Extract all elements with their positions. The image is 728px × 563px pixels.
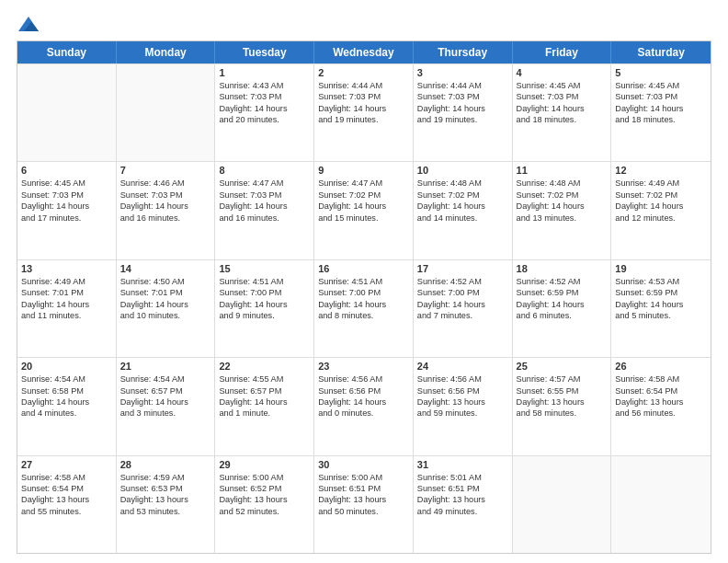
cell-line: Sunset: 6:51 PM bbox=[318, 483, 409, 494]
cell-line: Daylight: 14 hours bbox=[417, 103, 508, 114]
cell-line: Sunrise: 4:56 AM bbox=[417, 373, 508, 385]
cell-line: and 5 minutes. bbox=[615, 310, 707, 321]
cell-line: Daylight: 13 hours bbox=[21, 494, 112, 505]
day-number: 7 bbox=[120, 165, 211, 176]
header bbox=[17, 17, 711, 31]
cell-line: Sunset: 7:02 PM bbox=[615, 190, 707, 201]
cell-line: Sunrise: 4:50 AM bbox=[120, 276, 211, 287]
calendar-cell: 26Sunrise: 4:58 AMSunset: 6:54 PMDayligh… bbox=[611, 358, 711, 454]
cell-line: Daylight: 14 hours bbox=[615, 103, 707, 114]
cell-line: and 4 minutes. bbox=[21, 408, 112, 419]
cell-line: Sunrise: 4:45 AM bbox=[517, 80, 608, 91]
cell-line: and 1 minute. bbox=[219, 408, 310, 419]
calendar-cell bbox=[611, 456, 711, 553]
page: SundayMondayTuesdayWednesdayThursdayFrid… bbox=[0, 0, 728, 563]
cell-line: Sunrise: 4:53 AM bbox=[615, 276, 707, 287]
cell-line: Daylight: 14 hours bbox=[21, 396, 112, 408]
cell-line: Daylight: 14 hours bbox=[120, 396, 211, 408]
cell-line: Sunrise: 5:00 AM bbox=[318, 472, 409, 483]
cell-line: and 7 minutes. bbox=[417, 310, 508, 321]
cell-line: and 18 minutes. bbox=[615, 114, 707, 125]
cell-line: Daylight: 13 hours bbox=[318, 494, 409, 505]
calendar-cell bbox=[513, 456, 612, 553]
calendar-cell: 13Sunrise: 4:49 AMSunset: 7:01 PMDayligh… bbox=[17, 260, 117, 357]
cell-line: Sunset: 6:51 PM bbox=[417, 483, 508, 494]
logo bbox=[17, 17, 39, 31]
cell-line: and 12 minutes. bbox=[615, 213, 707, 224]
cell-line: and 18 minutes. bbox=[517, 114, 608, 125]
cell-line: Sunrise: 4:47 AM bbox=[318, 178, 409, 189]
cell-line: Daylight: 14 hours bbox=[517, 299, 608, 310]
cell-line: Sunset: 7:01 PM bbox=[21, 287, 112, 298]
calendar-body: 1Sunrise: 4:43 AMSunset: 7:03 PMDaylight… bbox=[17, 63, 711, 553]
cell-line: Daylight: 13 hours bbox=[120, 494, 211, 505]
day-number: 26 bbox=[615, 361, 707, 372]
cell-line: Sunrise: 4:56 AM bbox=[318, 373, 409, 385]
cell-line: Sunrise: 4:55 AM bbox=[219, 373, 310, 385]
cell-line: Sunset: 7:03 PM bbox=[318, 91, 409, 102]
cell-line: Sunset: 6:56 PM bbox=[417, 385, 508, 396]
header-day-tuesday: Tuesday bbox=[215, 41, 314, 63]
calendar-cell: 25Sunrise: 4:57 AMSunset: 6:55 PMDayligh… bbox=[513, 358, 612, 454]
day-number: 25 bbox=[517, 361, 608, 372]
cell-line: and 55 minutes. bbox=[21, 506, 112, 517]
cell-line: Sunset: 7:03 PM bbox=[120, 190, 211, 201]
cell-line: Daylight: 14 hours bbox=[417, 299, 508, 310]
logo-icon bbox=[18, 17, 39, 31]
calendar: SundayMondayTuesdayWednesdayThursdayFrid… bbox=[17, 40, 711, 554]
cell-line: and 53 minutes. bbox=[120, 506, 211, 517]
calendar-cell: 3Sunrise: 4:44 AMSunset: 7:03 PMDaylight… bbox=[414, 64, 513, 161]
day-number: 6 bbox=[21, 165, 112, 176]
header-day-sunday: Sunday bbox=[17, 41, 117, 63]
cell-line: Sunrise: 4:54 AM bbox=[21, 373, 112, 385]
cell-line: Daylight: 14 hours bbox=[21, 299, 112, 310]
cell-line: and 19 minutes. bbox=[318, 114, 409, 125]
calendar-cell: 28Sunrise: 4:59 AMSunset: 6:53 PMDayligh… bbox=[117, 456, 216, 553]
cell-line: and 16 minutes. bbox=[120, 213, 211, 224]
day-number: 31 bbox=[417, 459, 508, 470]
header-day-friday: Friday bbox=[513, 41, 612, 63]
cell-line: Sunset: 7:03 PM bbox=[615, 91, 707, 102]
cell-line: Sunrise: 4:45 AM bbox=[21, 178, 112, 189]
day-number: 20 bbox=[21, 361, 112, 372]
cell-line: Daylight: 14 hours bbox=[517, 201, 608, 212]
cell-line: Sunrise: 4:44 AM bbox=[417, 80, 508, 91]
cell-line: Sunset: 6:56 PM bbox=[318, 385, 409, 396]
cell-line: Sunset: 6:54 PM bbox=[615, 385, 707, 396]
cell-line: Sunrise: 4:48 AM bbox=[517, 178, 608, 189]
cell-line: and 20 minutes. bbox=[219, 114, 310, 125]
cell-line: Sunrise: 4:59 AM bbox=[120, 472, 211, 483]
cell-line: Sunrise: 4:49 AM bbox=[615, 178, 707, 189]
cell-line: Daylight: 14 hours bbox=[615, 201, 707, 212]
calendar-cell: 10Sunrise: 4:48 AMSunset: 7:02 PMDayligh… bbox=[414, 162, 513, 259]
cell-line: Sunrise: 4:47 AM bbox=[219, 178, 310, 189]
cell-line: Sunrise: 4:52 AM bbox=[417, 276, 508, 287]
cell-line: and 10 minutes. bbox=[120, 310, 211, 321]
cell-line: Sunset: 7:00 PM bbox=[219, 287, 310, 298]
cell-line: Sunset: 7:03 PM bbox=[219, 91, 310, 102]
cell-line: Sunset: 6:52 PM bbox=[219, 483, 310, 494]
calendar-cell: 23Sunrise: 4:56 AMSunset: 6:56 PMDayligh… bbox=[314, 358, 414, 454]
cell-line: Sunset: 7:03 PM bbox=[517, 91, 608, 102]
cell-line: Sunset: 6:57 PM bbox=[120, 385, 211, 396]
cell-line: Sunrise: 5:01 AM bbox=[417, 472, 508, 483]
cell-line: Sunrise: 4:54 AM bbox=[120, 373, 211, 385]
calendar-cell: 15Sunrise: 4:51 AMSunset: 7:00 PMDayligh… bbox=[215, 260, 314, 357]
cell-line: and 56 minutes. bbox=[615, 408, 707, 419]
day-number: 10 bbox=[417, 165, 508, 176]
cell-line: and 9 minutes. bbox=[219, 310, 310, 321]
calendar-cell: 22Sunrise: 4:55 AMSunset: 6:57 PMDayligh… bbox=[215, 358, 314, 454]
calendar-row-3: 13Sunrise: 4:49 AMSunset: 7:01 PMDayligh… bbox=[17, 259, 711, 357]
header-day-monday: Monday bbox=[117, 41, 216, 63]
day-number: 22 bbox=[219, 361, 310, 372]
calendar-cell: 1Sunrise: 4:43 AMSunset: 7:03 PMDaylight… bbox=[215, 64, 314, 161]
cell-line: Daylight: 14 hours bbox=[21, 201, 112, 212]
day-number: 16 bbox=[318, 263, 409, 274]
cell-line: Sunrise: 4:51 AM bbox=[219, 276, 310, 287]
calendar-cell: 29Sunrise: 5:00 AMSunset: 6:52 PMDayligh… bbox=[215, 456, 314, 553]
cell-line: Daylight: 13 hours bbox=[417, 396, 508, 408]
calendar-cell: 2Sunrise: 4:44 AMSunset: 7:03 PMDaylight… bbox=[314, 64, 414, 161]
calendar-cell: 21Sunrise: 4:54 AMSunset: 6:57 PMDayligh… bbox=[117, 358, 216, 454]
cell-line: Sunrise: 4:58 AM bbox=[21, 472, 112, 483]
calendar-cell: 18Sunrise: 4:52 AMSunset: 6:59 PMDayligh… bbox=[513, 260, 612, 357]
